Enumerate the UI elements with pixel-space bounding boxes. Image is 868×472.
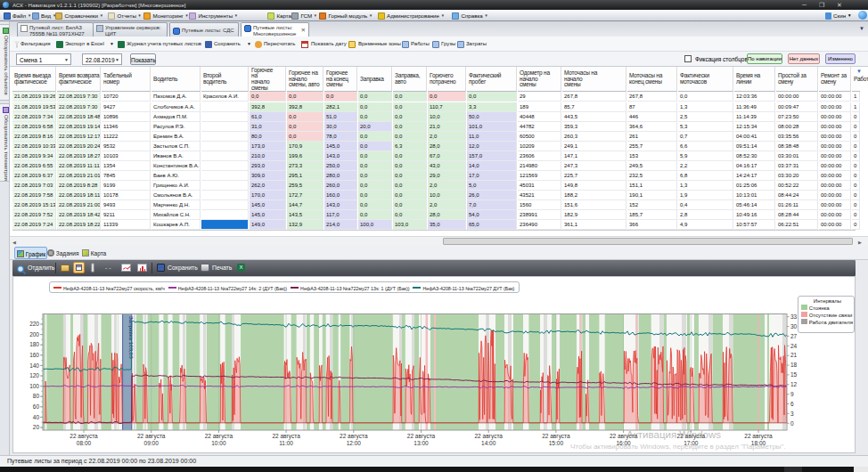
svg-text:15: 15 (790, 371, 798, 378)
svg-text:120: 120 (29, 372, 39, 378)
svg-text:140: 140 (29, 362, 39, 369)
svg-text:9: 9 (790, 391, 794, 397)
svg-text:21: 21 (790, 352, 798, 358)
svg-text:22 августа: 22 августа (205, 433, 233, 440)
svg-text:22 августа: 22 августа (407, 433, 436, 440)
svg-text:22 августа: 22 августа (70, 433, 98, 440)
svg-text:160: 160 (29, 352, 39, 358)
svg-text:22 августа: 22 августа (474, 433, 503, 440)
svg-text:10:00: 10:00 (211, 440, 226, 446)
svg-text:22 августа: 22 августа (340, 433, 368, 440)
svg-text:80: 80 (33, 393, 40, 399)
svg-text:6: 6 (790, 401, 794, 407)
svg-text:22 августа: 22 августа (137, 433, 166, 440)
svg-text:22 августа: 22 августа (542, 433, 570, 440)
svg-text:18: 18 (790, 362, 798, 368)
svg-text:40: 40 (33, 414, 40, 420)
svg-text:220: 220 (29, 321, 39, 327)
svg-text:30: 30 (790, 323, 798, 330)
svg-text:27: 27 (790, 333, 798, 339)
svg-text:60: 60 (33, 403, 40, 410)
svg-text:12:00: 12:00 (347, 440, 362, 446)
svg-text:24: 24 (790, 343, 798, 349)
svg-text:14:00: 14:00 (481, 440, 496, 446)
svg-text:3: 3 (790, 411, 794, 417)
svg-text:12: 12 (790, 381, 798, 387)
svg-text:0: 0 (790, 420, 794, 427)
svg-text:200: 200 (29, 331, 39, 338)
svg-text:22 августа: 22 августа (272, 433, 300, 440)
svg-text:09:00: 09:00 (144, 440, 160, 446)
svg-text:20: 20 (33, 424, 40, 430)
svg-text:100: 100 (29, 383, 39, 389)
svg-text:15:00: 15:00 (549, 440, 564, 446)
svg-text:11:00: 11:00 (279, 440, 293, 446)
svg-text:22 августа: 22 августа (744, 433, 773, 440)
svg-text:33: 33 (790, 313, 798, 320)
svg-text:13:00: 13:00 (414, 440, 429, 446)
svg-text:08:00: 08:00 (77, 440, 92, 446)
svg-text:180: 180 (29, 341, 39, 347)
